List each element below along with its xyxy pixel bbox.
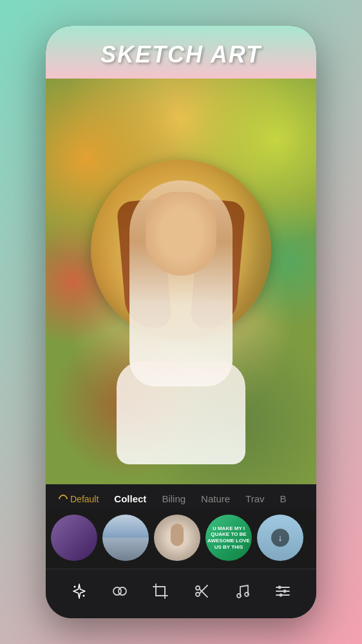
tool-music-button[interactable] (228, 577, 256, 605)
thumbnail-3[interactable] (154, 515, 200, 561)
tab-bar: Default Collect Biling Nature Trav B (46, 484, 316, 509)
thumbnail-1[interactable] (51, 515, 97, 561)
thumbnail-5[interactable]: ↓ (257, 515, 303, 561)
svg-point-16 (280, 594, 283, 597)
svg-rect-4 (156, 587, 165, 596)
tab-trav[interactable]: Trav (238, 491, 272, 507)
tool-crop-button[interactable] (146, 577, 175, 605)
face-element (146, 192, 216, 276)
thumbnail-4-text: U MAKE MY I QUAKE TO BE AWESOME LOVE US … (205, 524, 252, 551)
svg-point-1 (82, 595, 84, 597)
svg-line-7 (200, 589, 207, 597)
tab-nature[interactable]: Nature (193, 491, 238, 507)
tool-cut-button[interactable] (187, 577, 216, 605)
app-title: SKETCH ART (59, 41, 303, 68)
tab-collect[interactable]: Collect (106, 491, 154, 507)
tab-default[interactable]: Default (51, 491, 106, 507)
svg-point-0 (73, 586, 75, 588)
svg-point-3 (119, 587, 126, 595)
svg-point-9 (237, 594, 241, 598)
scissors-icon (193, 583, 210, 600)
clothing-element (117, 361, 245, 464)
image-canvas[interactable] (46, 79, 316, 484)
crop-icon (152, 583, 169, 600)
thumbnail-2[interactable] (102, 515, 149, 561)
svg-line-8 (200, 585, 207, 593)
svg-point-14 (278, 586, 281, 589)
thumbnail-4[interactable]: U MAKE MY I QUAKE TO BE AWESOME LOVE US … (205, 515, 252, 561)
header: SKETCH ART (46, 26, 316, 79)
svg-point-15 (283, 590, 287, 593)
refresh-icon (57, 493, 70, 506)
tool-adjust-button[interactable] (106, 577, 134, 605)
download-badge: ↓ (271, 529, 289, 547)
phone-frame: SKETCH ART Default Collect Biling Nature (46, 26, 316, 618)
svg-point-5 (196, 586, 200, 590)
download-icon: ↓ (278, 533, 283, 542)
sliders-icon (274, 583, 291, 600)
tab-biling[interactable]: Biling (154, 491, 193, 507)
tab-list: Default Collect Biling Nature Trav B (51, 484, 311, 509)
tool-ai-button[interactable] (65, 577, 93, 605)
tab-b[interactable]: B (272, 491, 294, 507)
bottom-toolbar (46, 569, 316, 618)
tool-settings-button[interactable] (269, 577, 297, 605)
music-icon (234, 583, 251, 600)
svg-point-10 (245, 592, 249, 596)
circles-icon (111, 583, 128, 600)
thumbnails-row: U MAKE MY I QUAKE TO BE AWESOME LOVE US … (46, 509, 316, 569)
sparkle-icon (71, 583, 88, 600)
svg-point-6 (196, 592, 200, 596)
